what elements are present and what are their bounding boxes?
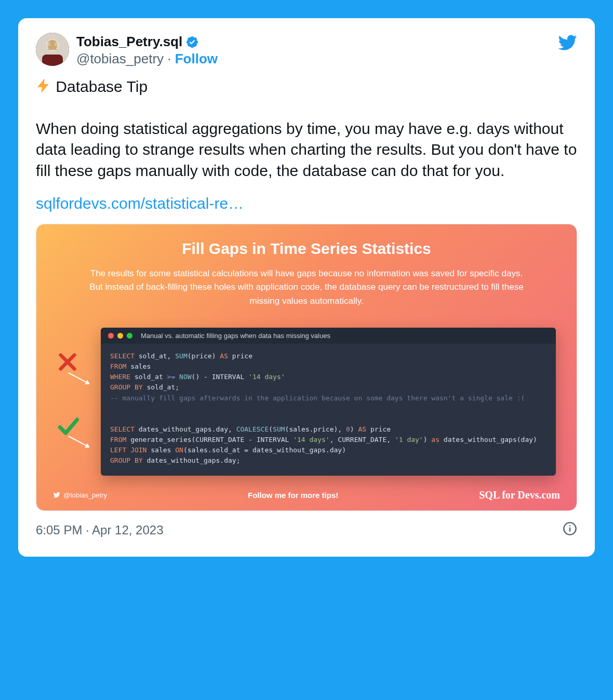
- embed-description: The results for some statistical calcula…: [86, 267, 527, 308]
- avatar[interactable]: [36, 33, 69, 66]
- svg-point-7: [569, 525, 570, 526]
- timestamp-row: 6:05 PM · Apr 12, 2023: [36, 521, 577, 539]
- check-icon: [57, 415, 78, 436]
- user-handle[interactable]: @tobias_petry: [76, 51, 164, 66]
- tweet-text: Database Tip When doing statistical aggr…: [36, 76, 577, 181]
- traffic-light-minimize-icon: [117, 333, 123, 339]
- traffic-light-close-icon: [108, 333, 114, 339]
- timestamp[interactable]: 6:05 PM · Apr 12, 2023: [36, 523, 164, 537]
- info-icon[interactable]: [563, 521, 577, 539]
- tweet-paragraph: When doing statistical aggregations by t…: [36, 118, 577, 182]
- code-window: Manual vs. automatic filling gaps when d…: [101, 328, 556, 476]
- svg-point-4: [55, 42, 59, 46]
- tweet-header: Tobias_Petry.sql @tobias_petry · Follow: [36, 33, 577, 67]
- code-body: SELECT sold_at, SUM(price) AS price FROM…: [101, 344, 556, 476]
- embed-title: Fill Gaps in Time Series Statistics: [48, 240, 565, 258]
- embedded-image-card[interactable]: Fill Gaps in Time Series Statistics The …: [36, 224, 577, 511]
- window-titlebar: Manual vs. automatic filling gaps when d…: [101, 328, 556, 344]
- embed-footer-brand: SQL for Devs.com: [479, 489, 560, 501]
- lightning-bolt-icon: [36, 78, 51, 93]
- display-name[interactable]: Tobias_Petry.sql: [76, 34, 182, 50]
- separator: ·: [164, 51, 175, 66]
- tweet-link[interactable]: sqlfordevs.com/statistical-re…: [36, 195, 577, 212]
- traffic-light-zoom-icon: [127, 333, 132, 339]
- tweet-card: Tobias_Petry.sql @tobias_petry · Follow …: [18, 18, 595, 557]
- embed-footer: @tobias_petry Follow me for more tips! S…: [48, 489, 565, 501]
- cross-icon: [57, 352, 78, 372]
- embed-footer-handle: @tobias_petry: [53, 491, 107, 499]
- verified-badge-icon: [185, 35, 199, 49]
- svg-rect-2: [42, 55, 63, 66]
- profile-block[interactable]: Tobias_Petry.sql @tobias_petry · Follow: [36, 33, 218, 67]
- svg-point-3: [46, 42, 50, 46]
- tweet-title-line: Database Tip: [56, 78, 148, 95]
- twitter-logo-icon[interactable]: [557, 33, 577, 55]
- window-title: Manual vs. automatic filling gaps when d…: [141, 332, 330, 340]
- follow-link[interactable]: Follow: [175, 51, 218, 66]
- embed-footer-tips: Follow me for more tips!: [248, 491, 338, 500]
